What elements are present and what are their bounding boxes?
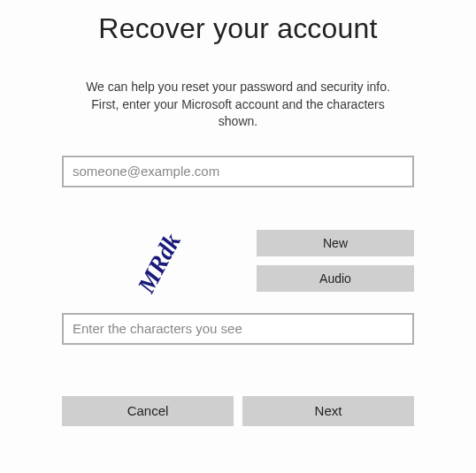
captcha-buttons: New Audio — [257, 230, 414, 297]
captcha-text: MRdk — [132, 233, 186, 294]
next-button[interactable]: Next — [242, 396, 414, 426]
captcha-input[interactable] — [62, 313, 414, 345]
captcha-image: MRdk — [62, 230, 257, 297]
captcha-new-button[interactable]: New — [257, 230, 414, 256]
captcha-row: MRdk New Audio — [62, 230, 414, 297]
page-title: Recover your account — [62, 12, 414, 45]
recover-account-panel: Recover your account We can help you res… — [0, 0, 476, 426]
email-field[interactable] — [62, 156, 414, 187]
captcha-svg: MRdk — [119, 233, 199, 294]
cancel-button[interactable]: Cancel — [62, 396, 234, 426]
action-buttons: Cancel Next — [62, 396, 414, 426]
instruction-text: We can help you reset your password and … — [71, 79, 405, 131]
captcha-audio-button[interactable]: Audio — [257, 265, 414, 292]
